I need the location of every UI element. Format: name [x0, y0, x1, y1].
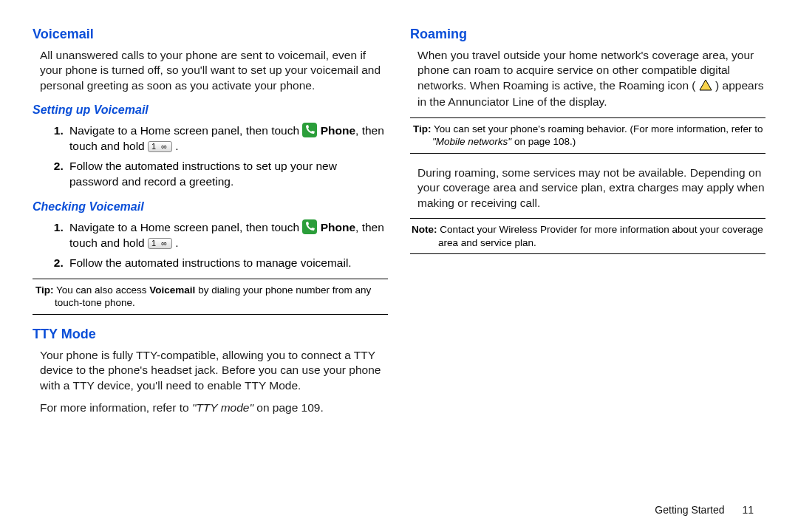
roaming-tip-b: on page 108.)	[511, 136, 576, 147]
heading-tty-mode: TTY Mode	[33, 327, 388, 342]
left-column: Voicemail All unanswered calls to your p…	[33, 27, 388, 517]
check-steps: Navigate to a Home screen panel, then to…	[33, 219, 388, 271]
tty-para1: Your phone is fully TTY-compatible, allo…	[33, 348, 388, 393]
page-footer: Getting Started 11	[655, 504, 754, 516]
tip-label: Tip:	[35, 284, 54, 296]
phone-icon	[302, 219, 317, 234]
note-label: Note:	[412, 224, 437, 235]
check-step-1: Navigate to a Home screen panel, then to…	[66, 219, 388, 251]
heading-checking-voicemail: Checking Voicemail	[33, 200, 388, 214]
setup-step-1a: Navigate to a Home screen panel, then to…	[69, 124, 302, 137]
setup-steps: Navigate to a Home screen panel, then to…	[33, 123, 388, 190]
footer-page-number: 11	[742, 504, 754, 516]
roaming-tip-a: You can set your phone's roaming behavio…	[432, 123, 763, 134]
roaming-note-text: Contact your Wireless Provider for more …	[437, 224, 763, 248]
tty-para2a: For more information, refer to	[40, 401, 192, 414]
check-step-1c: .	[172, 236, 179, 249]
setup-step-1c: .	[172, 140, 179, 152]
roaming-tip: Tip: You can set your phone's roaming be…	[410, 117, 765, 154]
roaming-tip-ref: "Mobile networks"	[432, 136, 511, 147]
voicemail-tip: Tip: You can also access Voicemail by di…	[33, 279, 388, 315]
check-step-1a: Navigate to a Home screen panel, then to…	[69, 221, 302, 233]
phone-icon	[302, 123, 317, 137]
tip-label: Tip:	[413, 123, 432, 134]
key-1-icon: 1 ∞	[148, 238, 172, 249]
roaming-para2: During roaming, some services may not be…	[410, 166, 765, 211]
svg-marker-0	[700, 80, 712, 90]
heading-voicemail: Voicemail	[33, 27, 388, 42]
tty-para2b: on page 109.	[253, 401, 324, 414]
voicemail-intro: All unanswered calls to your phone are s…	[33, 48, 388, 93]
footer-section: Getting Started	[655, 504, 724, 516]
roaming-para1: When you travel outside your home networ…	[410, 48, 765, 110]
phone-label: Phone	[321, 124, 355, 137]
setup-step-1: Navigate to a Home screen panel, then to…	[66, 123, 388, 154]
phone-label: Phone	[321, 221, 355, 233]
right-column: Roaming When you travel outside your hom…	[410, 27, 765, 517]
heading-roaming: Roaming	[410, 27, 765, 42]
roaming-note: Note: Contact your Wireless Provider for…	[410, 218, 765, 254]
check-step-2: Follow the automated instructions to man…	[66, 256, 388, 271]
tty-para2: For more information, refer to "TTY mode…	[33, 400, 388, 415]
tip-pre: You can also access	[54, 284, 150, 296]
page: Voicemail All unanswered calls to your p…	[0, 0, 798, 532]
key-1-icon: 1 ∞	[148, 141, 172, 152]
tty-ref: "TTY mode"	[192, 401, 253, 414]
heading-setting-up-voicemail: Setting up Voicemail	[33, 103, 388, 117]
roaming-triangle-icon	[699, 79, 712, 95]
setup-step-2: Follow the automated instructions to set…	[66, 159, 388, 190]
tip-vm: Voicemail	[149, 284, 195, 296]
